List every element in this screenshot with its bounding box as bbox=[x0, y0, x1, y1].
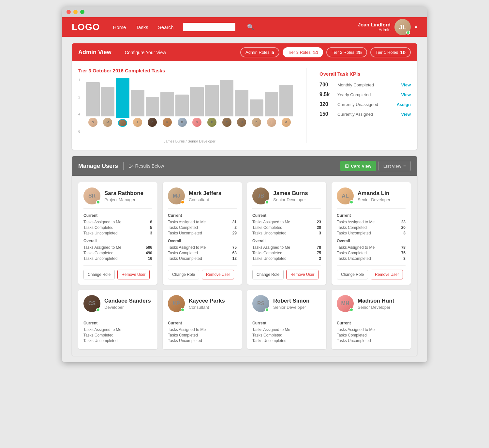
lbl-robert-c1: Tasks Assigned to Me bbox=[252, 327, 290, 332]
bar-avatar-11: N bbox=[237, 118, 246, 127]
chart-y-labels: 6 4 2 1 bbox=[78, 78, 85, 133]
bar-12[interactable]: B bbox=[250, 78, 263, 127]
val-amanda-o1: 78 bbox=[401, 245, 406, 250]
card-view-toggle[interactable]: ⊞ Card View bbox=[340, 161, 376, 171]
bar-11[interactable]: N bbox=[235, 78, 248, 127]
bar-avatar-7: R bbox=[178, 118, 187, 127]
nav-home[interactable]: Home bbox=[113, 24, 126, 30]
stat-row-robert-c1: Tasks Assigned to Me bbox=[252, 327, 321, 332]
stat-row-kaycee-c3: Tasks Uncompleted bbox=[168, 338, 237, 343]
bar-7[interactable]: R bbox=[175, 78, 189, 127]
kpi-row-yearly: 9.5k Yearly Completed View bbox=[319, 92, 411, 97]
val-amanda-c3: 3 bbox=[403, 231, 406, 235]
user-cards-grid: SR Sara Rathbone Project Manager Current… bbox=[72, 176, 417, 356]
kpi-assigned-action[interactable]: View bbox=[401, 112, 411, 117]
bar-8[interactable]: M bbox=[190, 78, 204, 127]
bar-9[interactable]: P bbox=[205, 78, 219, 127]
list-view-label: List view bbox=[383, 164, 401, 169]
status-dot-madison bbox=[349, 308, 353, 312]
stat-completed-label: Tasks Completed bbox=[83, 225, 113, 230]
maximize-button[interactable] bbox=[80, 10, 84, 14]
remove-user-button-james[interactable]: Remove User bbox=[286, 270, 319, 279]
bar-10[interactable]: T bbox=[220, 78, 234, 127]
user-card-sara: SR Sara Rathbone Project Manager Current… bbox=[78, 182, 157, 285]
stat-row-kaycee-c2: Tasks Completed bbox=[168, 333, 237, 337]
logo: LOGO bbox=[72, 22, 100, 32]
current-label-madison: Current bbox=[337, 321, 406, 325]
card-info-mark: Mark Jeffers Consultant bbox=[189, 190, 221, 202]
stat-assigned-overall-sara: Tasks Assigned to Me 506 bbox=[83, 245, 152, 250]
stat-row-candace-c1: Tasks Assigned to Me bbox=[83, 327, 152, 332]
change-role-button-james[interactable]: Change Role bbox=[252, 270, 284, 279]
user-card-candace: CS Candace Sanders Developer Current Tas… bbox=[78, 290, 157, 349]
bar-14[interactable]: G bbox=[279, 78, 293, 127]
stat-row-kaycee-c1: Tasks Assigned to Me bbox=[168, 327, 237, 332]
y-label-1: 1 bbox=[78, 78, 85, 82]
stat-uncompleted-current-sara: Tasks Uncompleted 3 bbox=[83, 231, 152, 235]
nav-avatar-wrap[interactable]: JL bbox=[394, 19, 411, 35]
bar-5[interactable]: C bbox=[146, 78, 159, 127]
kpi-yearly-action[interactable]: View bbox=[401, 92, 411, 97]
stat-row-amanda-o3: Tasks Uncompleted 3 bbox=[337, 256, 406, 261]
kpi-yearly-count: 9.5k bbox=[319, 92, 334, 97]
bar-6[interactable]: K bbox=[160, 78, 174, 127]
lbl-kaycee-c2: Tasks Completed bbox=[168, 333, 198, 337]
chart-bars-area: S M J A bbox=[86, 78, 293, 127]
stat-row-robert-c2: Tasks Completed bbox=[252, 333, 321, 337]
badge-tier3-count: 14 bbox=[313, 50, 318, 55]
bar-13[interactable]: L bbox=[265, 78, 278, 127]
val-mark-o2: 63 bbox=[232, 251, 237, 255]
badge-tier1-count: 10 bbox=[400, 50, 406, 55]
lbl-madison-c3: Tasks Uncompleted bbox=[337, 338, 371, 343]
manage-users-panel: Manage Users 14 Results Below ⊞ Card Vie… bbox=[72, 156, 417, 356]
badge-tier1-roles[interactable]: Tier 1 Roles 10 bbox=[370, 47, 411, 57]
remove-user-button-mark[interactable]: Remove User bbox=[202, 270, 234, 279]
kpi-unassigned-action[interactable]: Assign bbox=[397, 102, 411, 107]
stat-row-james-o1: Tasks Assigned to Me 78 bbox=[252, 245, 321, 250]
list-view-toggle[interactable]: List view ≡ bbox=[378, 161, 411, 171]
current-label-kaycee: Current bbox=[168, 321, 237, 325]
change-role-button-amanda[interactable]: Change Role bbox=[337, 270, 368, 279]
search-icon[interactable]: 🔍 bbox=[247, 23, 254, 31]
kpi-monthly-action[interactable]: View bbox=[401, 82, 411, 87]
bar-1[interactable]: S bbox=[86, 78, 100, 127]
change-role-button-sara[interactable]: Change Role bbox=[83, 270, 115, 279]
val-amanda-c1: 23 bbox=[401, 220, 406, 224]
nav-search-label: Search bbox=[158, 24, 174, 30]
lbl-mark-o3: Tasks Uncompleted bbox=[168, 256, 202, 261]
stat-row-james-c3: Tasks Uncompleted 3 bbox=[252, 231, 321, 235]
close-button[interactable] bbox=[67, 10, 71, 14]
bar-visual-11 bbox=[235, 90, 248, 117]
badge-tier2-roles[interactable]: Tier 2 Roles 25 bbox=[326, 47, 367, 57]
nav-dropdown-icon[interactable]: ▾ bbox=[415, 24, 417, 30]
bar-3[interactable]: J bbox=[116, 78, 129, 127]
card-info-candace: Candace Sanders Developer bbox=[104, 298, 151, 310]
nav-tasks[interactable]: Tasks bbox=[136, 24, 148, 30]
overall-label-amanda: Overall bbox=[337, 239, 406, 243]
status-dot-candace bbox=[96, 308, 100, 312]
minimize-button[interactable] bbox=[73, 10, 78, 14]
search-input[interactable] bbox=[183, 23, 235, 31]
card-info-madison: Madison Hunt Senior Developer bbox=[358, 298, 394, 310]
lbl-james-o1: Tasks Assigned to Me bbox=[252, 245, 290, 250]
card-avatar-james: JB bbox=[252, 187, 269, 204]
bar-4[interactable]: A bbox=[131, 78, 144, 127]
remove-user-button-sara[interactable]: Remove User bbox=[117, 270, 150, 279]
bar-visual-10 bbox=[220, 80, 234, 117]
bar-visual-9 bbox=[205, 85, 219, 117]
badge-admin-label: Admin Roles bbox=[245, 50, 270, 55]
bar-2[interactable]: M bbox=[101, 78, 115, 127]
bar-visual-7 bbox=[175, 95, 189, 117]
status-dot-sara bbox=[96, 200, 100, 204]
card-avatar-amanda: AL bbox=[337, 187, 354, 204]
bar-avatar-8: M bbox=[192, 118, 201, 127]
val-james-o3: 3 bbox=[319, 256, 321, 261]
change-role-button-mark[interactable]: Change Role bbox=[168, 270, 199, 279]
badge-admin-roles[interactable]: Admin Roles 5 bbox=[240, 47, 279, 57]
remove-user-button-amanda[interactable]: Remove User bbox=[371, 270, 403, 279]
card-avatar-candace: CS bbox=[83, 295, 100, 312]
lbl-amanda-c1: Tasks Assigned to Me bbox=[337, 220, 375, 224]
badge-tier3-roles[interactable]: Tier 3 Roles 14 bbox=[283, 47, 323, 57]
chart-kpi-divider bbox=[306, 68, 306, 143]
val-mark-o3: 12 bbox=[232, 256, 237, 261]
